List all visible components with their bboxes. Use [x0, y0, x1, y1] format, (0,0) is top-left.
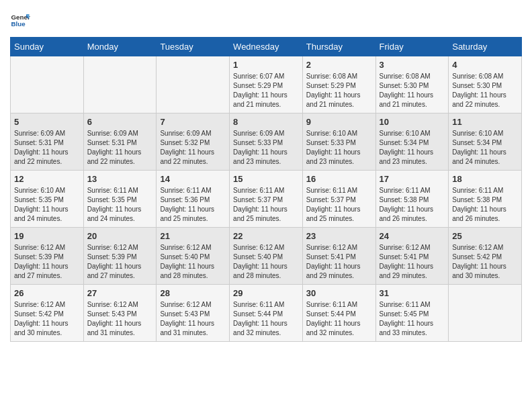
- calendar-cell: 8Sunrise: 6:09 AM Sunset: 5:33 PM Daylig…: [230, 113, 303, 171]
- weekday-header-sunday: Sunday: [11, 38, 84, 56]
- day-number: 29: [233, 288, 299, 298]
- day-number: 8: [233, 117, 299, 127]
- day-number: 17: [380, 174, 445, 184]
- calendar-cell: 2Sunrise: 6:08 AM Sunset: 5:29 PM Daylig…: [302, 56, 375, 113]
- calendar-cell: [157, 56, 230, 113]
- day-number: 5: [14, 117, 80, 127]
- calendar-cell: 3Sunrise: 6:08 AM Sunset: 5:30 PM Daylig…: [375, 56, 449, 113]
- day-number: 7: [160, 117, 226, 127]
- calendar-week-row: 5Sunrise: 6:09 AM Sunset: 5:31 PM Daylig…: [11, 113, 522, 171]
- calendar-week-row: 26Sunrise: 6:12 AM Sunset: 5:42 PM Dayli…: [11, 285, 522, 342]
- day-number: 18: [452, 174, 518, 184]
- calendar-cell: 6Sunrise: 6:09 AM Sunset: 5:31 PM Daylig…: [83, 113, 157, 171]
- calendar-cell: 21Sunrise: 6:12 AM Sunset: 5:40 PM Dayli…: [157, 228, 230, 285]
- day-number: 10: [380, 117, 445, 127]
- day-info: Sunrise: 6:08 AM Sunset: 5:30 PM Dayligh…: [380, 72, 445, 109]
- calendar-cell: 26Sunrise: 6:12 AM Sunset: 5:42 PM Dayli…: [11, 285, 84, 342]
- day-info: Sunrise: 6:12 AM Sunset: 5:42 PM Dayligh…: [452, 243, 518, 281]
- day-info: Sunrise: 6:09 AM Sunset: 5:31 PM Dayligh…: [14, 129, 80, 167]
- calendar-cell: 15Sunrise: 6:11 AM Sunset: 5:37 PM Dayli…: [230, 171, 303, 228]
- day-number: 24: [380, 231, 445, 241]
- day-info: Sunrise: 6:09 AM Sunset: 5:31 PM Dayligh…: [87, 129, 153, 167]
- day-info: Sunrise: 6:10 AM Sunset: 5:35 PM Dayligh…: [14, 186, 80, 224]
- day-number: 23: [306, 231, 372, 241]
- logo: General Blue: [10, 10, 30, 30]
- calendar-cell: 7Sunrise: 6:09 AM Sunset: 5:32 PM Daylig…: [157, 113, 230, 171]
- calendar-cell: 24Sunrise: 6:12 AM Sunset: 5:41 PM Dayli…: [375, 228, 449, 285]
- calendar-cell: [11, 56, 84, 113]
- calendar-cell: 5Sunrise: 6:09 AM Sunset: 5:31 PM Daylig…: [11, 113, 84, 171]
- day-info: Sunrise: 6:08 AM Sunset: 5:29 PM Dayligh…: [306, 72, 372, 109]
- calendar-cell: 18Sunrise: 6:11 AM Sunset: 5:38 PM Dayli…: [449, 171, 522, 228]
- day-info: Sunrise: 6:10 AM Sunset: 5:34 PM Dayligh…: [380, 129, 445, 167]
- calendar-week-row: 1Sunrise: 6:07 AM Sunset: 5:29 PM Daylig…: [11, 56, 522, 113]
- day-number: 15: [233, 174, 299, 184]
- weekday-header-saturday: Saturday: [449, 38, 522, 56]
- calendar-cell: [83, 56, 157, 113]
- day-info: Sunrise: 6:11 AM Sunset: 5:44 PM Dayligh…: [306, 300, 372, 338]
- day-info: Sunrise: 6:09 AM Sunset: 5:33 PM Dayligh…: [233, 129, 299, 167]
- calendar-cell: 25Sunrise: 6:12 AM Sunset: 5:42 PM Dayli…: [449, 228, 522, 285]
- logo-icon: General Blue: [10, 10, 30, 30]
- day-info: Sunrise: 6:12 AM Sunset: 5:41 PM Dayligh…: [306, 243, 372, 281]
- day-number: 27: [87, 288, 153, 298]
- day-info: Sunrise: 6:11 AM Sunset: 5:45 PM Dayligh…: [380, 300, 445, 338]
- day-number: 28: [160, 288, 226, 298]
- day-info: Sunrise: 6:10 AM Sunset: 5:34 PM Dayligh…: [452, 129, 518, 167]
- calendar-cell: [449, 285, 522, 342]
- day-info: Sunrise: 6:09 AM Sunset: 5:32 PM Dayligh…: [160, 129, 226, 167]
- day-number: 30: [306, 288, 372, 298]
- calendar-cell: 14Sunrise: 6:11 AM Sunset: 5:36 PM Dayli…: [157, 171, 230, 228]
- day-info: Sunrise: 6:10 AM Sunset: 5:33 PM Dayligh…: [306, 129, 372, 167]
- calendar-cell: 27Sunrise: 6:12 AM Sunset: 5:43 PM Dayli…: [83, 285, 157, 342]
- day-info: Sunrise: 6:11 AM Sunset: 5:44 PM Dayligh…: [233, 300, 299, 338]
- calendar-cell: 9Sunrise: 6:10 AM Sunset: 5:33 PM Daylig…: [302, 113, 375, 171]
- day-number: 6: [87, 117, 153, 127]
- day-info: Sunrise: 6:11 AM Sunset: 5:38 PM Dayligh…: [380, 186, 445, 224]
- weekday-header-row: SundayMondayTuesdayWednesdayThursdayFrid…: [11, 38, 522, 56]
- day-number: 26: [14, 288, 80, 298]
- day-info: Sunrise: 6:11 AM Sunset: 5:36 PM Dayligh…: [160, 186, 226, 224]
- calendar-cell: 16Sunrise: 6:11 AM Sunset: 5:37 PM Dayli…: [302, 171, 375, 228]
- day-info: Sunrise: 6:11 AM Sunset: 5:37 PM Dayligh…: [306, 186, 372, 224]
- calendar-cell: 10Sunrise: 6:10 AM Sunset: 5:34 PM Dayli…: [375, 113, 449, 171]
- day-number: 2: [306, 60, 372, 70]
- calendar-week-row: 19Sunrise: 6:12 AM Sunset: 5:39 PM Dayli…: [11, 228, 522, 285]
- calendar-cell: 20Sunrise: 6:12 AM Sunset: 5:39 PM Dayli…: [83, 228, 157, 285]
- day-number: 13: [87, 174, 153, 184]
- day-info: Sunrise: 6:12 AM Sunset: 5:40 PM Dayligh…: [160, 243, 226, 281]
- svg-text:Blue: Blue: [11, 20, 26, 28]
- day-info: Sunrise: 6:12 AM Sunset: 5:42 PM Dayligh…: [14, 300, 80, 338]
- calendar-cell: 4Sunrise: 6:08 AM Sunset: 5:30 PM Daylig…: [449, 56, 522, 113]
- day-info: Sunrise: 6:12 AM Sunset: 5:43 PM Dayligh…: [87, 300, 153, 338]
- calendar-cell: 23Sunrise: 6:12 AM Sunset: 5:41 PM Dayli…: [302, 228, 375, 285]
- calendar-cell: 22Sunrise: 6:12 AM Sunset: 5:40 PM Dayli…: [230, 228, 303, 285]
- calendar-cell: 29Sunrise: 6:11 AM Sunset: 5:44 PM Dayli…: [230, 285, 303, 342]
- weekday-header-friday: Friday: [375, 38, 449, 56]
- weekday-header-wednesday: Wednesday: [230, 38, 303, 56]
- day-info: Sunrise: 6:12 AM Sunset: 5:40 PM Dayligh…: [233, 243, 299, 281]
- calendar-cell: 12Sunrise: 6:10 AM Sunset: 5:35 PM Dayli…: [11, 171, 84, 228]
- day-number: 11: [452, 117, 518, 127]
- calendar-cell: 17Sunrise: 6:11 AM Sunset: 5:38 PM Dayli…: [375, 171, 449, 228]
- day-number: 12: [14, 174, 80, 184]
- day-info: Sunrise: 6:12 AM Sunset: 5:43 PM Dayligh…: [160, 300, 226, 338]
- day-number: 16: [306, 174, 372, 184]
- day-info: Sunrise: 6:11 AM Sunset: 5:37 PM Dayligh…: [233, 186, 299, 224]
- calendar-week-row: 12Sunrise: 6:10 AM Sunset: 5:35 PM Dayli…: [11, 171, 522, 228]
- day-info: Sunrise: 6:11 AM Sunset: 5:35 PM Dayligh…: [87, 186, 153, 224]
- calendar-cell: 31Sunrise: 6:11 AM Sunset: 5:45 PM Dayli…: [375, 285, 449, 342]
- day-number: 22: [233, 231, 299, 241]
- weekday-header-tuesday: Tuesday: [157, 38, 230, 56]
- day-number: 31: [380, 288, 445, 298]
- weekday-header-thursday: Thursday: [302, 38, 375, 56]
- day-info: Sunrise: 6:07 AM Sunset: 5:29 PM Dayligh…: [233, 72, 299, 109]
- day-number: 14: [160, 174, 226, 184]
- day-number: 9: [306, 117, 372, 127]
- calendar-cell: 11Sunrise: 6:10 AM Sunset: 5:34 PM Dayli…: [449, 113, 522, 171]
- day-number: 4: [452, 60, 518, 70]
- day-info: Sunrise: 6:08 AM Sunset: 5:30 PM Dayligh…: [452, 72, 518, 109]
- day-info: Sunrise: 6:11 AM Sunset: 5:38 PM Dayligh…: [452, 186, 518, 224]
- day-number: 19: [14, 231, 80, 241]
- day-info: Sunrise: 6:12 AM Sunset: 5:39 PM Dayligh…: [87, 243, 153, 281]
